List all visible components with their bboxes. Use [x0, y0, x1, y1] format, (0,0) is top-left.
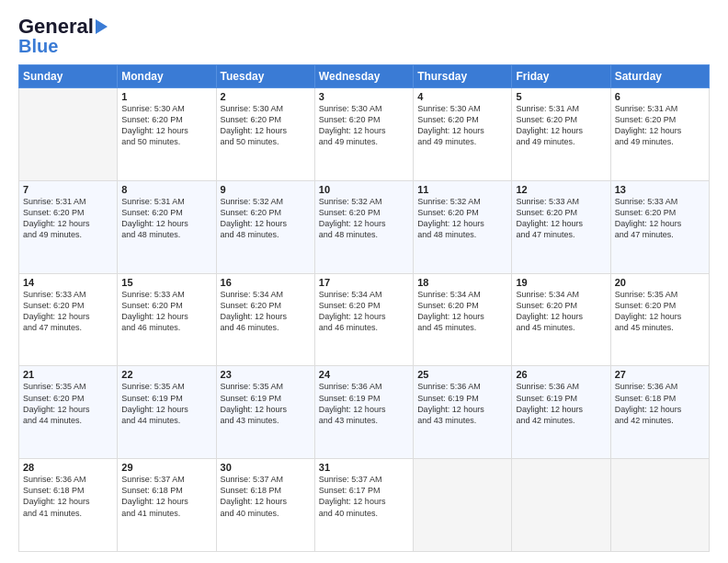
day-info: Sunrise: 5:35 AM Sunset: 6:19 PM Dayligh… — [121, 381, 211, 426]
day-info: Sunrise: 5:34 AM Sunset: 6:20 PM Dayligh… — [417, 289, 507, 334]
calendar-cell: 26Sunrise: 5:36 AM Sunset: 6:19 PM Dayli… — [512, 366, 610, 459]
calendar-cell — [19, 88, 118, 181]
calendar-cell: 20Sunrise: 5:35 AM Sunset: 6:20 PM Dayli… — [610, 273, 709, 366]
calendar-day-header: Tuesday — [216, 65, 314, 88]
day-number: 26 — [516, 369, 606, 380]
calendar-cell: 1Sunrise: 5:30 AM Sunset: 6:20 PM Daylig… — [118, 88, 216, 181]
calendar-cell: 9Sunrise: 5:32 AM Sunset: 6:20 PM Daylig… — [216, 180, 314, 273]
day-info: Sunrise: 5:31 AM Sunset: 6:20 PM Dayligh… — [121, 196, 211, 241]
day-info: Sunrise: 5:30 AM Sunset: 6:20 PM Dayligh… — [417, 103, 507, 148]
day-number: 27 — [615, 369, 705, 380]
day-number: 11 — [417, 184, 507, 195]
calendar-week-row: 7Sunrise: 5:31 AM Sunset: 6:20 PM Daylig… — [19, 180, 710, 273]
calendar-day-header: Friday — [512, 65, 610, 88]
day-number: 1 — [121, 91, 211, 102]
logo-general: General — [18, 17, 94, 37]
calendar-cell: 21Sunrise: 5:35 AM Sunset: 6:20 PM Dayli… — [19, 366, 118, 459]
day-info: Sunrise: 5:33 AM Sunset: 6:20 PM Dayligh… — [615, 196, 705, 241]
calendar-week-row: 28Sunrise: 5:36 AM Sunset: 6:18 PM Dayli… — [19, 459, 710, 552]
day-number: 28 — [23, 462, 113, 473]
day-info: Sunrise: 5:30 AM Sunset: 6:20 PM Dayligh… — [319, 103, 409, 148]
day-number: 21 — [23, 369, 113, 380]
calendar-cell: 25Sunrise: 5:36 AM Sunset: 6:19 PM Dayli… — [414, 366, 512, 459]
day-number: 12 — [516, 184, 606, 195]
calendar-cell — [414, 459, 512, 552]
logo-arrow-icon — [96, 19, 108, 34]
day-info: Sunrise: 5:33 AM Sunset: 6:20 PM Dayligh… — [23, 289, 113, 334]
calendar-cell: 16Sunrise: 5:34 AM Sunset: 6:20 PM Dayli… — [216, 273, 314, 366]
day-info: Sunrise: 5:30 AM Sunset: 6:20 PM Dayligh… — [121, 103, 211, 148]
calendar-week-row: 1Sunrise: 5:30 AM Sunset: 6:20 PM Daylig… — [19, 88, 710, 181]
day-number: 6 — [615, 91, 705, 102]
day-info: Sunrise: 5:35 AM Sunset: 6:20 PM Dayligh… — [615, 289, 705, 334]
day-info: Sunrise: 5:36 AM Sunset: 6:19 PM Dayligh… — [417, 381, 507, 426]
day-number: 24 — [319, 369, 409, 380]
calendar-cell: 3Sunrise: 5:30 AM Sunset: 6:20 PM Daylig… — [314, 88, 413, 181]
day-number: 30 — [221, 462, 311, 473]
calendar-cell: 15Sunrise: 5:33 AM Sunset: 6:20 PM Dayli… — [118, 273, 216, 366]
day-info: Sunrise: 5:36 AM Sunset: 6:18 PM Dayligh… — [23, 474, 113, 519]
calendar-cell: 13Sunrise: 5:33 AM Sunset: 6:20 PM Dayli… — [610, 180, 709, 273]
day-info: Sunrise: 5:30 AM Sunset: 6:20 PM Dayligh… — [221, 103, 311, 148]
day-info: Sunrise: 5:37 AM Sunset: 6:17 PM Dayligh… — [319, 474, 409, 519]
day-info: Sunrise: 5:33 AM Sunset: 6:20 PM Dayligh… — [516, 196, 606, 241]
day-info: Sunrise: 5:34 AM Sunset: 6:20 PM Dayligh… — [516, 289, 606, 334]
calendar-cell: 18Sunrise: 5:34 AM Sunset: 6:20 PM Dayli… — [414, 273, 512, 366]
calendar-cell: 2Sunrise: 5:30 AM Sunset: 6:20 PM Daylig… — [216, 88, 314, 181]
calendar-cell: 23Sunrise: 5:35 AM Sunset: 6:19 PM Dayli… — [216, 366, 314, 459]
calendar-header-row: SundayMondayTuesdayWednesdayThursdayFrid… — [19, 65, 710, 88]
page: General Blue SundayMondayTuesdayWednesda… — [0, 0, 728, 563]
calendar-cell: 12Sunrise: 5:33 AM Sunset: 6:20 PM Dayli… — [512, 180, 610, 273]
day-number: 7 — [23, 184, 113, 195]
calendar-cell: 11Sunrise: 5:32 AM Sunset: 6:20 PM Dayli… — [414, 180, 512, 273]
header: General Blue — [18, 17, 710, 55]
day-number: 17 — [319, 277, 409, 288]
day-info: Sunrise: 5:37 AM Sunset: 6:18 PM Dayligh… — [221, 474, 311, 519]
logo: General Blue — [18, 17, 108, 55]
day-info: Sunrise: 5:32 AM Sunset: 6:20 PM Dayligh… — [319, 196, 409, 241]
day-number: 31 — [319, 462, 409, 473]
calendar-cell: 6Sunrise: 5:31 AM Sunset: 6:20 PM Daylig… — [610, 88, 709, 181]
day-number: 5 — [516, 91, 606, 102]
day-info: Sunrise: 5:36 AM Sunset: 6:19 PM Dayligh… — [516, 381, 606, 426]
day-number: 23 — [221, 369, 311, 380]
day-number: 15 — [121, 277, 211, 288]
day-info: Sunrise: 5:35 AM Sunset: 6:19 PM Dayligh… — [221, 381, 311, 426]
day-number: 2 — [221, 91, 311, 102]
calendar-cell: 24Sunrise: 5:36 AM Sunset: 6:19 PM Dayli… — [314, 366, 413, 459]
day-info: Sunrise: 5:31 AM Sunset: 6:20 PM Dayligh… — [23, 196, 113, 241]
calendar-week-row: 14Sunrise: 5:33 AM Sunset: 6:20 PM Dayli… — [19, 273, 710, 366]
day-info: Sunrise: 5:33 AM Sunset: 6:20 PM Dayligh… — [121, 289, 211, 334]
calendar-day-header: Sunday — [19, 65, 118, 88]
day-number: 8 — [121, 184, 211, 195]
day-info: Sunrise: 5:31 AM Sunset: 6:20 PM Dayligh… — [615, 103, 705, 148]
calendar-day-header: Saturday — [610, 65, 709, 88]
day-number: 16 — [221, 277, 311, 288]
calendar-cell — [512, 459, 610, 552]
day-number: 25 — [417, 369, 507, 380]
calendar-cell: 5Sunrise: 5:31 AM Sunset: 6:20 PM Daylig… — [512, 88, 610, 181]
day-number: 3 — [319, 91, 409, 102]
calendar-cell: 7Sunrise: 5:31 AM Sunset: 6:20 PM Daylig… — [19, 180, 118, 273]
calendar-cell: 19Sunrise: 5:34 AM Sunset: 6:20 PM Dayli… — [512, 273, 610, 366]
calendar-cell: 4Sunrise: 5:30 AM Sunset: 6:20 PM Daylig… — [414, 88, 512, 181]
calendar-cell: 27Sunrise: 5:36 AM Sunset: 6:18 PM Dayli… — [610, 366, 709, 459]
day-number: 19 — [516, 277, 606, 288]
day-number: 9 — [221, 184, 311, 195]
day-number: 10 — [319, 184, 409, 195]
calendar-cell: 17Sunrise: 5:34 AM Sunset: 6:20 PM Dayli… — [314, 273, 413, 366]
calendar-day-header: Monday — [118, 65, 216, 88]
day-info: Sunrise: 5:32 AM Sunset: 6:20 PM Dayligh… — [221, 196, 311, 241]
logo-blue: Blue — [18, 37, 58, 55]
day-number: 4 — [417, 91, 507, 102]
calendar-cell: 28Sunrise: 5:36 AM Sunset: 6:18 PM Dayli… — [19, 459, 118, 552]
day-info: Sunrise: 5:34 AM Sunset: 6:20 PM Dayligh… — [319, 289, 409, 334]
calendar-cell: 10Sunrise: 5:32 AM Sunset: 6:20 PM Dayli… — [314, 180, 413, 273]
calendar-table: SundayMondayTuesdayWednesdayThursdayFrid… — [18, 64, 710, 552]
day-info: Sunrise: 5:37 AM Sunset: 6:18 PM Dayligh… — [121, 474, 211, 519]
day-number: 14 — [23, 277, 113, 288]
calendar-cell: 14Sunrise: 5:33 AM Sunset: 6:20 PM Dayli… — [19, 273, 118, 366]
day-info: Sunrise: 5:32 AM Sunset: 6:20 PM Dayligh… — [417, 196, 507, 241]
calendar-cell: 29Sunrise: 5:37 AM Sunset: 6:18 PM Dayli… — [118, 459, 216, 552]
calendar-cell: 8Sunrise: 5:31 AM Sunset: 6:20 PM Daylig… — [118, 180, 216, 273]
